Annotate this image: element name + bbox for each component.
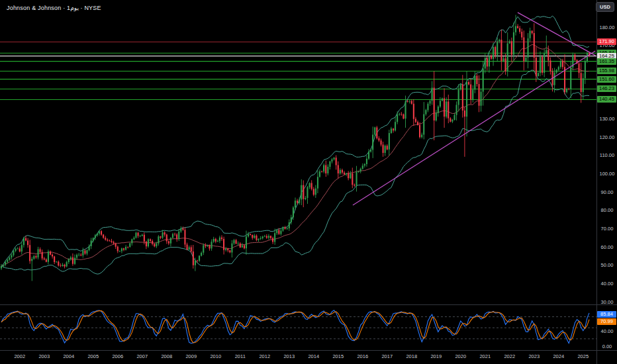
price-badge-161.35: 161.35 [597,58,616,65]
price-tick-120.00[interactable]: 120.00 [598,134,616,140]
year-label-2015[interactable]: 2015 [330,353,347,359]
symbol-title[interactable]: Johnson & Johnson · 1يوم · NYSE [7,5,101,11]
price-chart-canvas[interactable] [0,0,617,364]
year-label-2004[interactable]: 2004 [60,353,77,359]
year-label-2024[interactable]: 2024 [550,353,567,359]
price-badge-155.98: 155.98 [597,68,616,74]
year-label-2005[interactable]: 2005 [85,353,102,359]
year-label-2025[interactable]: 2025 [575,353,592,359]
price-tick-110.00[interactable]: 110.00 [598,152,616,158]
year-label-2013[interactable]: 2013 [281,353,298,359]
year-label-2022[interactable]: 2022 [501,353,518,359]
stoch-k-badge: 85.84 [597,311,616,318]
price-tick-50.00[interactable]: 50.00 [598,262,616,268]
currency-toggle-button[interactable]: USD [596,2,614,12]
year-label-2012[interactable]: 2012 [256,353,273,359]
price-tick-100.00[interactable]: 100.00 [598,171,616,177]
price-tick-80.00[interactable]: 80.00 [598,207,616,213]
year-label-2021[interactable]: 2021 [477,353,494,359]
stoch-tick-0.00[interactable]: 0.00 [598,343,616,349]
year-label-2006[interactable]: 2006 [109,353,126,359]
price-tick-180.00[interactable]: 180.00 [598,24,616,30]
year-label-2016[interactable]: 2016 [354,353,371,359]
price-badge-140.45: 140.45 [597,96,616,103]
price-badge-151.60: 151.60 [597,76,616,83]
year-label-2020[interactable]: 2020 [452,353,469,359]
price-tick-70.00[interactable]: 70.00 [598,226,616,232]
price-badge-146.23: 146.23 [597,85,616,92]
price-tick-60.00[interactable]: 60.00 [598,244,616,250]
price-tick-30.00[interactable]: 30.00 [598,299,616,305]
price-tick-40.00[interactable]: 40.00 [598,281,616,287]
year-label-2008[interactable]: 2008 [158,353,175,359]
year-label-2023[interactable]: 2023 [526,353,543,359]
price-badge-171.90: 171.90 [597,38,616,45]
stoch-d-badge: 70.99 [597,318,616,325]
stoch-tick-40.00[interactable]: 40.00 [598,328,616,334]
year-label-2019[interactable]: 2019 [428,353,445,359]
price-tick-90.00[interactable]: 90.00 [598,189,616,195]
year-label-2014[interactable]: 2014 [305,353,322,359]
year-label-2018[interactable]: 2018 [403,353,420,359]
year-label-2011[interactable]: 2011 [232,353,249,359]
year-label-2007[interactable]: 2007 [134,353,151,359]
year-label-2002[interactable]: 2002 [11,353,28,359]
year-label-2003[interactable]: 2003 [36,353,53,359]
price-tick-130.00[interactable]: 130.00 [598,116,616,122]
year-label-2010[interactable]: 2010 [207,353,224,359]
chart-window: Johnson & Johnson · 1يوم · NYSE USD 180.… [0,0,617,364]
year-label-2009[interactable]: 2009 [183,353,200,359]
year-label-2017[interactable]: 2017 [379,353,396,359]
